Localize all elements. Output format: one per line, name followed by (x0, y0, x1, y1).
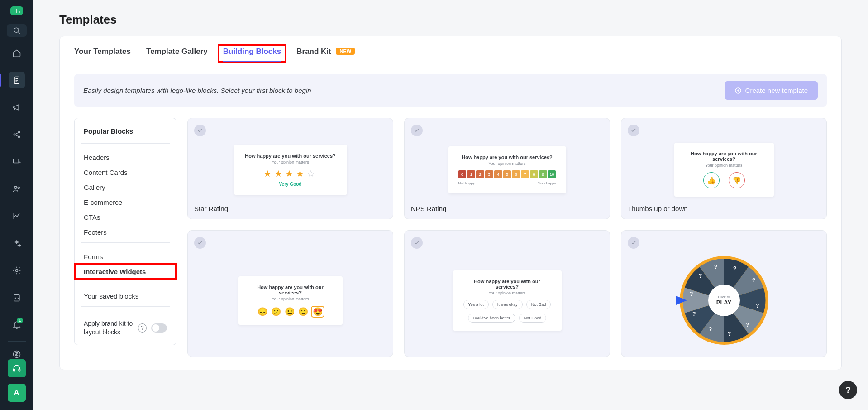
block-title: Thumbs up or down (628, 205, 820, 212)
cat-interactive-widgets[interactable]: Interactive Widgets (75, 264, 176, 279)
notification-count: 1 (17, 318, 23, 323)
nav-analytics[interactable] (9, 208, 25, 224)
templates-panel: Your Templates Template Gallery Building… (59, 36, 842, 370)
block-preview: How happy are you with our services? You… (411, 136, 603, 201)
select-indicator[interactable] (194, 237, 206, 249)
nps-7: 7 (521, 170, 529, 178)
cat-footers[interactable]: Footers (75, 225, 176, 240)
cat-ecommerce[interactable]: E-commerce (75, 195, 176, 210)
nps-4: 4 (494, 170, 502, 178)
app-logo[interactable] (10, 6, 23, 15)
nav-home[interactable] (9, 45, 25, 61)
block-preview: How happy are you with our services? You… (194, 249, 386, 350)
brand-kit-toggle[interactable] (151, 323, 167, 333)
nav-embed[interactable] (9, 289, 25, 306)
tab-building-blocks[interactable]: Building Blocks (223, 47, 281, 62)
category-heading: Popular Blocks (75, 127, 176, 140)
select-indicator[interactable] (411, 125, 423, 136)
share-icon (12, 130, 21, 139)
spin-wheel-graphic: ? ? ? ? ? ? ? ? ? ? (679, 255, 769, 346)
svg-point-4 (18, 136, 19, 137)
preview-subtitle: Your opinion matters (463, 291, 552, 295)
svg-rect-5 (13, 159, 19, 163)
nav-templates[interactable] (9, 72, 25, 88)
chip: Could've been better (468, 314, 515, 323)
thumb-up-icon: 👍 (703, 172, 720, 188)
wheel-text-click: Click to (718, 295, 730, 299)
nps-8: 8 (530, 170, 538, 178)
cat-content-cards[interactable]: Content Cards (75, 165, 176, 180)
block-star-rating[interactable]: How happy are you with our services? You… (187, 118, 393, 219)
select-indicator[interactable] (628, 125, 639, 136)
svg-text:?: ? (709, 326, 712, 333)
create-template-label: Create new template (745, 87, 808, 94)
sidebar-nav: 1 (9, 45, 25, 333)
block-title: Star Rating (194, 205, 386, 212)
nav-settings[interactable] (9, 262, 25, 279)
blocks-grid: How happy are you with our services? You… (187, 118, 827, 357)
block-preview: ? ? ? ? ? ? ? ? ? ? (628, 249, 820, 350)
select-indicator[interactable] (628, 237, 639, 249)
block-thumbs[interactable]: How happy are you with our services? You… (621, 118, 827, 219)
brand-kit-toggle-row: Apply brand kit to layout blocks ? (75, 313, 176, 337)
svg-text:?: ? (733, 265, 736, 272)
tab-brand-kit-label: Brand Kit (296, 47, 331, 56)
help-fab[interactable]: ? (839, 381, 857, 399)
select-indicator[interactable] (411, 237, 423, 249)
tab-template-gallery[interactable]: Template Gallery (146, 47, 208, 62)
svg-text:?: ? (714, 264, 717, 270)
select-indicator[interactable] (194, 125, 206, 136)
preview-title: How happy are you with our services? (684, 151, 764, 162)
block-emoji[interactable]: How happy are you with our services? You… (187, 230, 393, 357)
banner-text: Easily design templates with lego-like b… (83, 87, 311, 94)
left-sidebar: 1 A (0, 0, 33, 410)
nav-campaigns[interactable] (9, 99, 25, 116)
tabs-bar: Your Templates Template Gallery Building… (60, 36, 841, 67)
nav-billing[interactable] (9, 349, 25, 359)
plus-circle-icon (734, 87, 742, 94)
preview-title: How happy are you with our services? (458, 154, 556, 160)
block-chips[interactable]: How happy are you with our services? You… (404, 230, 610, 357)
search-button[interactable] (7, 24, 27, 37)
divider (81, 282, 170, 282)
star-icons: ★★★★☆ (244, 168, 337, 179)
cat-ctas[interactable]: CTAs (75, 210, 176, 225)
sidebar-divider (8, 341, 26, 342)
check-icon (414, 127, 420, 134)
nav-notifications[interactable]: 1 (9, 317, 25, 333)
svg-text:?: ? (752, 277, 755, 284)
tab-brand-kit[interactable]: Brand Kit NEW (296, 47, 355, 62)
help-icon[interactable]: ? (138, 323, 147, 333)
svg-rect-9 (14, 294, 19, 301)
block-spin-wheel[interactable]: ? ? ? ? ? ? ? ? ? ? (621, 230, 827, 357)
tab-your-templates[interactable]: Your Templates (74, 47, 131, 62)
nps-6: 6 (512, 170, 520, 178)
nav-audience[interactable] (9, 181, 25, 197)
preview-title: How happy are you with our services? (244, 153, 337, 159)
cat-saved-blocks[interactable]: Your saved blocks (75, 289, 176, 304)
category-pane: Popular Blocks Headers Content Cards Gal… (74, 118, 176, 345)
preview-subtitle: Your opinion matters (248, 297, 333, 301)
wheel-center: Click to PLAY (710, 286, 738, 314)
cat-gallery[interactable]: Gallery (75, 180, 176, 195)
create-template-button[interactable]: Create new template (725, 81, 818, 100)
svg-rect-11 (13, 369, 14, 371)
nav-integrations[interactable] (9, 126, 25, 143)
check-icon (197, 240, 203, 246)
check-icon (414, 240, 420, 246)
block-nps-rating[interactable]: How happy are you with our services? You… (404, 118, 610, 219)
nav-automation[interactable] (9, 235, 25, 251)
nps-0: 0 (458, 170, 467, 178)
support-button[interactable] (8, 359, 26, 377)
nav-devices[interactable] (9, 154, 25, 170)
info-banner: Easily design templates with lego-like b… (74, 74, 827, 107)
svg-point-2 (14, 134, 15, 135)
cat-headers[interactable]: Headers (75, 150, 176, 165)
svg-text:?: ? (756, 303, 759, 309)
chip: Yes a lot (463, 300, 489, 309)
nps-scale: 0 1 2 3 4 5 6 7 8 9 (458, 170, 556, 178)
nps-1: 1 (467, 170, 475, 178)
user-avatar[interactable]: A (8, 384, 26, 402)
cat-forms[interactable]: Forms (75, 249, 176, 264)
nps-9: 9 (539, 170, 547, 178)
